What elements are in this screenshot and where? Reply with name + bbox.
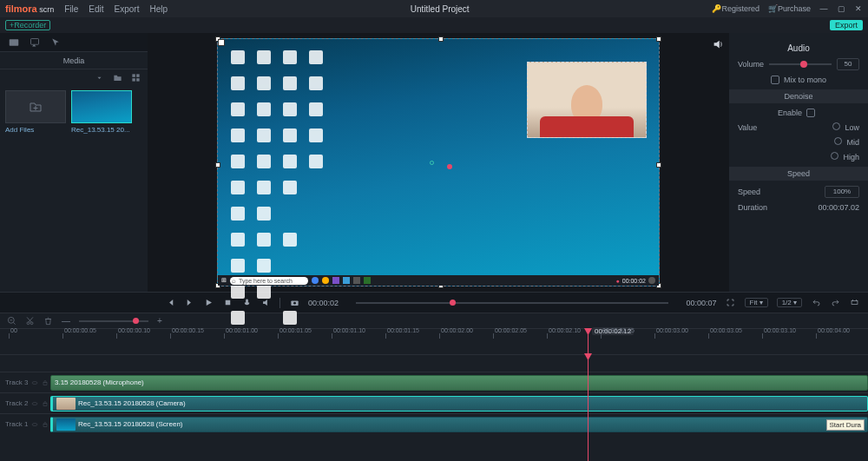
volume-label: Volume [738,60,764,69]
volume-slider[interactable] [769,63,832,65]
timeline-ruler[interactable]: 00:00:02.12 0000:00:00.0500:00:00.1000:0… [0,328,868,354]
clip-microphone[interactable]: 3.15 20180528 (Microphone) [50,375,868,391]
lock-icon[interactable] [42,400,49,407]
menu-help[interactable]: Help [149,4,168,14]
redo-button[interactable] [830,298,840,308]
preview-area: ⊞ Type here to search ● 00:00:02 [148,33,729,292]
menu-edit[interactable]: Edit [89,4,103,14]
svg-rect-4 [132,78,135,81]
media-clip-tile[interactable]: Rec_13.53.15 20... [71,90,132,134]
denoise-enable-checkbox[interactable] [806,109,815,117]
main-menu: File Edit Export Help [64,4,168,14]
track-1: Track 1 Rec_13.53.15 20180528 (Screen) [0,413,868,434]
svg-point-12 [27,322,30,325]
clip-camera[interactable]: Rec_13.53.15 20180528 (Camera) [50,396,868,412]
clip-thumbnail [56,398,76,410]
svg-point-14 [32,381,37,384]
track-1-header: Track 1 [0,420,50,428]
timeline-zoom-slider[interactable] [79,320,148,322]
camera-overlay[interactable] [527,62,647,138]
folder-icon[interactable] [113,73,122,82]
zoom-out-icon[interactable] [7,316,16,326]
duration-value: 00:00:07.02 [818,203,859,212]
denoise-low-radio[interactable] [832,122,840,130]
add-files-tile[interactable]: Add Files [5,90,66,134]
lock-icon[interactable] [42,421,49,428]
record-time: 00:00:02 [622,278,646,284]
duration-label: Duration [738,203,767,212]
visibility-icon[interactable] [31,379,38,386]
preview-canvas[interactable]: ⊞ Type here to search ● 00:00:02 [217,38,660,286]
denoise-enable-label: Enable [778,109,802,117]
clip-thumbnail [56,418,76,431]
taskbar-search: Type here to search [230,277,308,285]
minimize-button[interactable]: — [819,3,828,15]
undo-button[interactable] [811,298,821,308]
project-title: Untitled Project [168,4,712,14]
title-bar: filmora scrn File Edit Export Help Untit… [0,0,868,17]
track-2: Track 2 Rec_13.53.15 20180528 (Camera) [0,392,868,413]
fullscreen-button[interactable] [726,298,736,308]
svg-rect-2 [132,74,135,76]
add-files-label: Add Files [5,126,66,134]
purchase-link[interactable]: 🛒Purchase [768,4,811,13]
menu-file[interactable]: File [64,4,78,14]
menu-export[interactable]: Export [115,4,140,14]
prev-frame-button[interactable] [165,298,175,308]
tracks-area: Track 3 3.15 20180528 (Microphone) Track… [0,354,868,434]
export-button[interactable]: Export [830,20,863,30]
clip-screen[interactable]: Rec_13.53.15 20180528 (Screen) [50,417,868,432]
lock-icon[interactable] [42,379,49,386]
svg-rect-3 [136,74,139,76]
visibility-icon[interactable] [31,400,38,407]
track-2-header: Track 2 [0,399,50,407]
next-frame-button[interactable] [184,298,194,308]
denoise-low-label: Low [845,123,859,132]
cut-icon[interactable] [25,316,35,326]
volume-value[interactable]: 50 [837,58,859,70]
speed-value[interactable]: 100% [825,186,859,198]
grid-view-icon[interactable] [131,73,141,82]
close-button[interactable]: ✕ [854,3,863,15]
svg-rect-5 [136,78,139,81]
annotation-tab-icon[interactable] [30,37,40,48]
anchor-point-icon[interactable] [447,164,452,169]
playhead-line[interactable] [588,354,589,461]
media-grid: Add Files Rec_13.53.15 20... [0,85,148,139]
playhead[interactable] [588,329,589,354]
title-right: 🔑Registered 🛒Purchase — ▢ ✕ [712,3,863,15]
transport-total-time: 00:00:07 [686,299,716,307]
media-title: Media [0,52,148,69]
play-button[interactable] [203,298,214,308]
media-tab-icon[interactable] [9,37,19,48]
visibility-icon[interactable] [31,421,38,428]
mix-to-mono-label: Mix to mono [784,76,826,84]
scale-dropdown[interactable]: 1/2 ▾ [777,298,802,307]
maximize-button[interactable]: ▢ [837,3,845,15]
speaker-icon[interactable] [712,38,724,50]
speed-title: Speed [729,167,868,181]
speed-label: Speed [738,188,760,196]
denoise-value-label: Value [738,123,757,132]
preview-render-button[interactable] [849,298,859,308]
rotate-handle-icon[interactable] [430,161,434,165]
transport-scrubber[interactable] [356,302,668,304]
cursor-tab-icon[interactable] [50,37,61,48]
svg-rect-0 [10,39,19,46]
record-indicator-icon: ● [616,278,620,284]
registered-link[interactable]: 🔑Registered [712,4,760,13]
audio-title: Audio [738,43,859,53]
svg-rect-15 [43,382,47,385]
properties-panel: Audio Volume 50 Mix to mono Denoise Enab… [729,33,868,292]
delete-icon[interactable] [43,316,53,326]
zoom-in-icon[interactable]: + [157,316,162,326]
recorder-button[interactable]: +Recorder [5,20,50,30]
mix-to-mono-checkbox[interactable] [771,76,779,84]
fit-dropdown[interactable]: Fit ▾ [745,298,768,307]
denoise-high-radio[interactable] [831,152,838,160]
transport-bar: 00:00:02 00:00:07 Fit ▾ 1/2 ▾ [0,292,868,313]
denoise-mid-radio[interactable] [834,137,842,145]
import-icon[interactable] [95,73,104,82]
denoise-mid-label: Mid [846,138,859,147]
left-tabs [0,33,148,52]
